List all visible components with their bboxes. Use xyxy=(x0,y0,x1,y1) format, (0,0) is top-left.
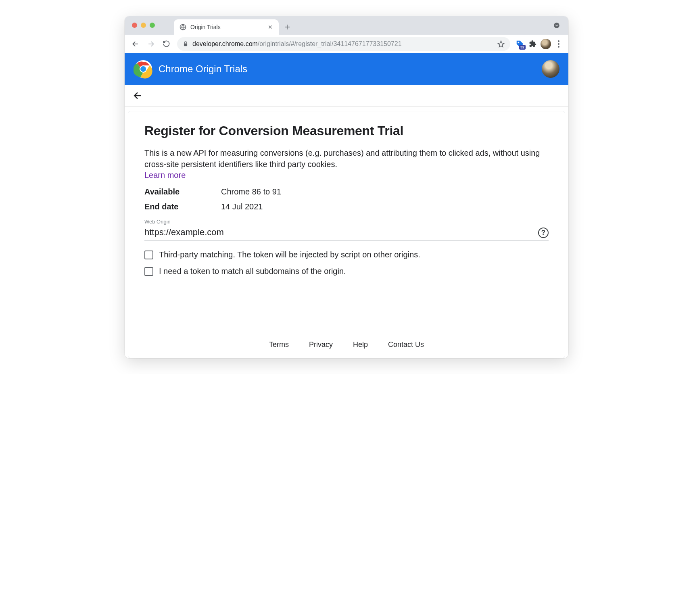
meta-end-date: End date 14 Jul 2021 xyxy=(144,202,549,211)
window-controls xyxy=(132,23,155,28)
svg-point-2 xyxy=(518,42,520,43)
app-title: Chrome Origin Trials xyxy=(159,63,247,75)
toolbar: developer.chrome.com/origintrials/#/regi… xyxy=(125,35,568,53)
lock-icon xyxy=(183,41,188,47)
extensions-button[interactable] xyxy=(527,38,539,50)
field-label: Web Origin xyxy=(144,219,549,225)
reload-button[interactable] xyxy=(159,37,173,51)
bookmark-star-icon[interactable] xyxy=(497,40,505,48)
window-minimize-button[interactable] xyxy=(141,23,146,28)
footer-privacy[interactable]: Privacy xyxy=(309,340,333,349)
globe-icon xyxy=(180,24,186,31)
url-text: developer.chrome.com/origintrials/#/regi… xyxy=(192,40,402,48)
browser-menu-button[interactable] xyxy=(553,40,564,48)
extension-badge: 32 xyxy=(519,45,526,50)
url-path: /origintrials/#/register_trial/341147671… xyxy=(258,40,402,47)
checkbox-subdomains: I need a token to match all subdomains o… xyxy=(144,267,549,276)
arrow-right-icon xyxy=(147,40,155,48)
svg-point-1 xyxy=(554,23,559,28)
footer-help[interactable]: Help xyxy=(353,340,368,349)
page-heading: Register for Conversion Measurement Tria… xyxy=(144,123,549,138)
chevron-down-circle-icon[interactable] xyxy=(553,22,560,29)
profile-avatar[interactable] xyxy=(540,38,551,50)
svg-point-5 xyxy=(140,66,146,72)
tab-title: Origin Trials xyxy=(190,24,263,30)
browser-window: Origin Trials developer.chrome.com/origi… xyxy=(125,16,568,358)
page-description: This is a new API for measuring conversi… xyxy=(144,147,549,170)
nav-back-button[interactable] xyxy=(129,37,142,51)
nav-forward-button[interactable] xyxy=(144,37,158,51)
checkbox-input[interactable] xyxy=(144,251,153,259)
meta-available: Available Chrome 86 to 91 xyxy=(144,187,549,196)
puzzle-icon xyxy=(529,40,537,48)
page-toolbar xyxy=(125,85,568,107)
footer-links: Terms Privacy Help Contact Us xyxy=(144,340,549,349)
checkbox-input[interactable] xyxy=(144,267,153,276)
help-icon[interactable]: ? xyxy=(538,228,549,238)
window-zoom-button[interactable] xyxy=(150,23,155,28)
close-icon[interactable] xyxy=(267,24,273,30)
learn-more-link[interactable]: Learn more xyxy=(144,171,186,180)
footer-contact[interactable]: Contact Us xyxy=(388,340,424,349)
reload-icon xyxy=(163,40,170,48)
checkbox-label: I need a token to match all subdomains o… xyxy=(159,267,346,276)
meta-label: Available xyxy=(144,187,221,196)
web-origin-input[interactable] xyxy=(144,226,549,240)
registration-card: Register for Conversion Measurement Tria… xyxy=(128,111,565,358)
meta-label: End date xyxy=(144,202,221,211)
browser-tab[interactable]: Origin Trials xyxy=(174,19,279,35)
user-avatar[interactable] xyxy=(542,60,559,78)
footer-terms[interactable]: Terms xyxy=(269,340,289,349)
checkbox-third-party: Third-party matching. The token will be … xyxy=(144,250,549,259)
meta-value: 14 Jul 2021 xyxy=(221,202,263,211)
checkbox-label: Third-party matching. The token will be … xyxy=(159,250,420,259)
arrow-left-icon xyxy=(132,40,140,48)
avatar-icon xyxy=(541,39,551,49)
app-header: Chrome Origin Trials xyxy=(125,53,568,85)
page-back-button[interactable] xyxy=(133,90,143,101)
tab-strip: Origin Trials xyxy=(125,16,568,35)
chrome-logo-icon xyxy=(134,59,153,79)
window-close-button[interactable] xyxy=(132,23,137,28)
meta-value: Chrome 86 to 91 xyxy=(221,187,281,196)
url-host: developer.chrome.com xyxy=(192,40,258,47)
address-bar[interactable]: developer.chrome.com/origintrials/#/regi… xyxy=(177,37,510,51)
web-origin-field: Web Origin ? xyxy=(144,219,549,240)
new-tab-button[interactable] xyxy=(284,23,291,31)
extension-css-icon[interactable]: 32 xyxy=(514,38,526,50)
